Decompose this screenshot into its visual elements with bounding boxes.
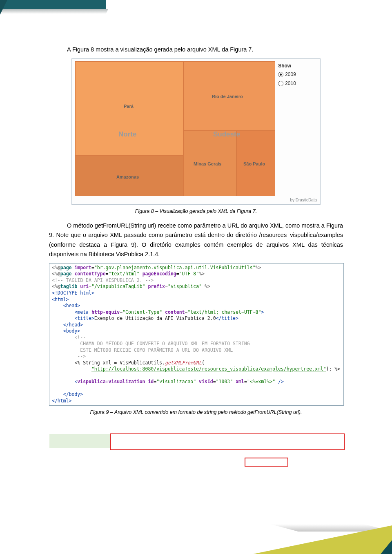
intro-p1: A Figura 8 mostra a visualização gerada … <box>49 45 343 54</box>
label-region-norte: Norte <box>118 129 136 140</box>
highlight-box-1 <box>110 433 345 450</box>
code-content: <%@page import="br.gov.planejamento.visp… <box>49 264 343 405</box>
figure-8: Norte Sudeste Pará Amazonas Rio de Janei… <box>71 58 321 205</box>
label-state-sp: São Paulo <box>243 161 265 168</box>
label-state-para: Pará <box>124 103 134 110</box>
footer-ornament <box>253 525 392 554</box>
radio-2010-label: 2010 <box>285 80 296 87</box>
show-label: Show <box>278 62 317 70</box>
radio-2010[interactable]: 2010 <box>278 80 317 87</box>
label-state-amazonas: Amazonas <box>116 174 139 181</box>
highlight-box-2 <box>245 458 288 467</box>
figure-9-code: <%@page import="br.gov.planejamento.visp… <box>49 263 344 406</box>
treemap-controls: Show 2009 2010 <box>278 61 317 196</box>
label-region-sudeste: Sudeste <box>213 129 240 140</box>
figure-9-caption: Figura 9 – Arquivo XML convertido em for… <box>49 408 343 416</box>
credit-text: by DrasticData <box>75 197 317 203</box>
radio-2009-label: 2009 <box>285 71 296 78</box>
radio-2009[interactable]: 2009 <box>278 71 317 78</box>
intro-p2: O método getFromURL(String url) recebe c… <box>49 221 343 259</box>
treemap: Norte Sudeste Pará Amazonas Rio de Janei… <box>75 61 275 196</box>
label-state-rio: Rio de Janeiro <box>212 93 243 101</box>
label-state-minas: Minas Gerais <box>194 161 221 168</box>
figure-8-caption: Figura 8 – Visualização gerada pelo XML … <box>49 207 343 215</box>
header-ornament <box>0 0 106 15</box>
